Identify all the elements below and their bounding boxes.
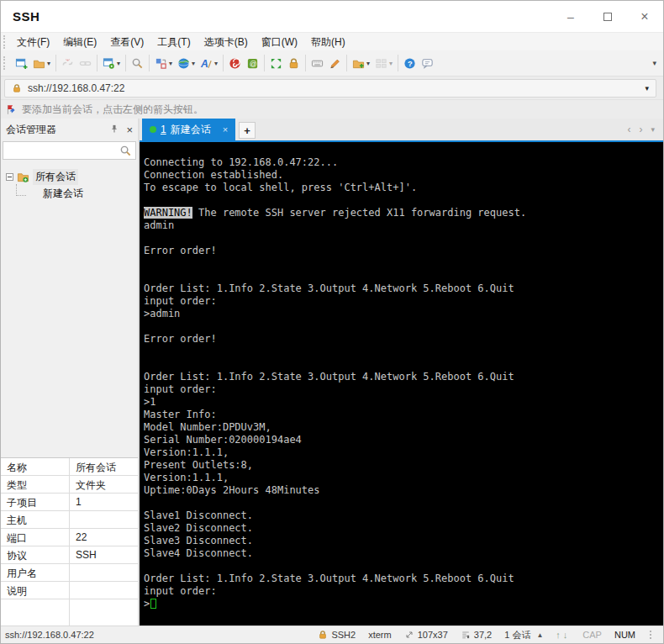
terminal-line [144, 358, 659, 371]
terminal-line: Version:1.1.1, [144, 472, 659, 484]
status-session-count[interactable]: 1 会话 ▲ [504, 629, 543, 641]
encoding-button[interactable]: ▾ [175, 55, 198, 71]
property-row: 协议SSH [1, 546, 138, 564]
dropdown-arrow-icon[interactable]: ▾ [169, 60, 172, 67]
terminal-cursor [150, 599, 156, 609]
menu-item[interactable]: 文件(F) [10, 33, 56, 51]
menu-item[interactable]: 窗口(W) [255, 33, 304, 51]
tree-item-all-sessions[interactable]: 所有会话 [1, 168, 138, 185]
lock-icon [12, 83, 22, 93]
maximize-icon [603, 13, 612, 21]
tab-menu-button[interactable]: ▾ [651, 125, 655, 134]
tree-item-label: 新建会话 [31, 187, 83, 201]
terminal-line: Slave1 Disconnect. [144, 509, 659, 522]
reconnect-button[interactable] [76, 55, 94, 71]
dropdown-arrow-icon[interactable]: ▾ [192, 60, 195, 67]
font-button[interactable]: A▾ [198, 55, 220, 71]
panel-close-button[interactable]: × [126, 124, 133, 135]
main-area: 会话管理器 × 所有会话 [1, 119, 663, 626]
tab-scroll-left-button[interactable]: ‹ [627, 124, 630, 135]
dropdown-arrow-icon[interactable]: ▾ [214, 60, 218, 67]
tab-label: 新建会话 [171, 123, 211, 137]
toolbar-grip[interactable] [3, 56, 6, 70]
menu-item[interactable]: 选项卡(B) [198, 33, 255, 51]
property-label: 用户名 [1, 564, 70, 581]
terminal-line: Model Number:DPDUv3M, [144, 421, 659, 434]
tab-scroll-right-button[interactable]: › [639, 124, 642, 135]
scroll-down-icon[interactable]: ↓ [563, 630, 571, 640]
folder-plus-icon [352, 57, 365, 70]
find-button[interactable] [129, 55, 146, 71]
notice-bar: 要添加当前会话，点击左侧的箭头按钮。 [1, 99, 663, 119]
highlight-button[interactable] [326, 55, 344, 71]
dropdown-arrow-icon[interactable]: ▾ [47, 60, 50, 67]
menu-grip[interactable] [3, 35, 6, 49]
terminal-line: Order List: 1.Info 2.State 3.Output 4.Ne… [144, 573, 659, 585]
session-menu-icon: ▲ [536, 631, 543, 639]
maximize-button[interactable] [589, 1, 626, 32]
status-address: ssh://192.168.0.47:22 [1, 630, 94, 640]
terminal-output[interactable]: Connecting to 192.168.0.47:22...Connecti… [140, 142, 663, 626]
globe-icon [177, 57, 190, 70]
compose-button[interactable]: ▾ [152, 55, 175, 71]
menu-item[interactable]: 查看(V) [103, 33, 150, 51]
help-button[interactable]: ? [401, 55, 419, 71]
lock-screen-button[interactable] [285, 55, 303, 71]
address-input[interactable]: ssh://192.168.0.47:22 ▾ [4, 79, 656, 98]
terminal-line: Slave2 Disconnect. [144, 522, 659, 535]
toolbar-overflow-button[interactable]: ▾ [652, 59, 663, 67]
dropdown-arrow-icon[interactable]: ▾ [389, 60, 393, 67]
status-terminal-type[interactable]: xterm [368, 630, 392, 640]
tab-new-session[interactable]: 1 新建会话 × [142, 119, 235, 140]
tree-item-new-session[interactable]: 新建会话 [1, 185, 138, 202]
open-session-button[interactable]: ▾ [30, 55, 53, 71]
tree-collapse-icon[interactable] [6, 173, 13, 181]
dropdown-arrow-icon[interactable]: ▾ [366, 60, 370, 67]
property-row: 说明 [1, 582, 138, 599]
pin-icon[interactable] [109, 124, 119, 136]
session-properties-button[interactable]: ▾ [100, 55, 123, 71]
terminal-line [144, 497, 659, 509]
terminal-line: Slave3 Disconnect. [144, 535, 659, 547]
minimize-button[interactable]: – [552, 1, 589, 32]
menu-item[interactable]: 工具(T) [150, 33, 197, 51]
dropdown-arrow-icon[interactable]: ▾ [117, 60, 120, 67]
tab-close-button[interactable]: × [223, 124, 228, 135]
property-row: 用户名 [1, 564, 138, 582]
feedback-button[interactable] [419, 55, 436, 71]
new-session-button[interactable] [13, 55, 30, 71]
property-label: 子项目 [1, 494, 70, 510]
app-window: SSH – × 文件(F)编辑(E)查看(V)工具(T)选项卡(B)窗口(W)帮… [0, 0, 664, 644]
scroll-up-icon[interactable]: ↑ [556, 630, 563, 640]
resize-icon [404, 630, 414, 640]
new-folder-button[interactable]: ▾ [350, 55, 372, 71]
layout-button[interactable]: ▾ [372, 55, 395, 71]
address-value: ssh://192.168.0.47:22 [28, 82, 124, 94]
menu-item[interactable]: 编辑(E) [56, 33, 103, 51]
terminal-line [144, 232, 659, 245]
property-value: 文件夹 [70, 476, 138, 493]
terminal-line: Master Info: [144, 409, 659, 421]
virtual-keyboard-button[interactable] [308, 55, 326, 71]
fullscreen-button[interactable] [267, 55, 285, 71]
close-button[interactable]: × [626, 1, 663, 32]
compose-icon [155, 57, 167, 70]
address-dropdown-button[interactable]: ▾ [645, 84, 649, 92]
tab-scroll-controls: ‹ › ▾ [627, 124, 663, 135]
resize-grip[interactable] [648, 631, 651, 639]
session-manager-panel: 会话管理器 × 所有会话 [1, 119, 140, 626]
flag-icon [6, 104, 17, 115]
session-search-input[interactable] [7, 145, 119, 156]
disconnect-button[interactable] [59, 55, 76, 71]
title-bar: SSH – × [1, 1, 663, 32]
font-a-icon: A [200, 57, 213, 70]
scroll-buttons[interactable]: ↑↓ [556, 630, 570, 640]
new-tab-button[interactable]: + [239, 122, 256, 139]
terminal-line: >admin [144, 308, 659, 320]
session-manager-title: 会话管理器 [6, 123, 56, 137]
menu-item[interactable]: 帮助(H) [304, 33, 352, 51]
xftp-button[interactable]: @ [244, 55, 261, 71]
terminal-line [144, 257, 659, 270]
terminal-line [144, 560, 659, 573]
xshell-button[interactable] [226, 55, 244, 71]
